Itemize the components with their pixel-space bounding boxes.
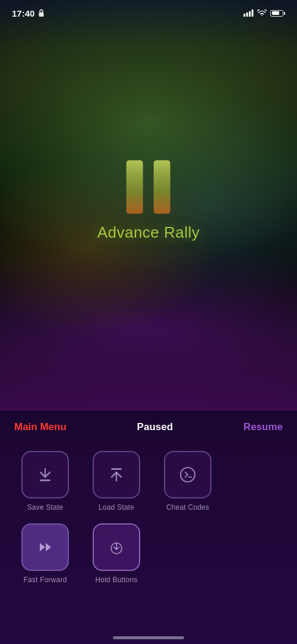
fast-forward-icon	[34, 536, 56, 558]
main-menu-button[interactable]: Main Menu	[14, 421, 67, 433]
svg-rect-2	[247, 12, 248, 17]
pause-overlay: Advance Rally	[97, 160, 200, 242]
svg-marker-11	[40, 543, 45, 551]
game-screen: Advance Rally	[0, 0, 297, 410]
hold-buttons-item[interactable]: Hold Buttons	[81, 517, 152, 590]
panel-header: Main Menu Paused Resume	[0, 411, 297, 440]
signal-icon	[244, 10, 254, 17]
pause-bar-left	[127, 160, 143, 214]
load-state-icon	[106, 464, 127, 485]
paused-label: Paused	[137, 421, 173, 433]
cheat-codes-label: Cheat Codes	[166, 503, 209, 512]
home-indicator	[113, 636, 184, 639]
game-title: Advance Rally	[97, 223, 200, 242]
cheat-codes-icon	[177, 464, 198, 485]
load-state-item[interactable]: Load State	[81, 445, 152, 517]
pause-bar-right	[154, 160, 170, 214]
save-state-item[interactable]: Save State	[10, 445, 81, 517]
load-state-label: Load State	[99, 503, 134, 512]
status-time: 17:40	[12, 8, 45, 18]
svg-marker-12	[46, 543, 51, 551]
cheat-codes-icon-box	[164, 451, 211, 498]
save-state-label: Save State	[27, 503, 64, 512]
wifi-icon	[257, 10, 267, 17]
svg-rect-8	[111, 468, 122, 470]
pause-icon	[127, 160, 170, 214]
load-state-icon-box	[93, 451, 140, 498]
hold-buttons-icon	[106, 536, 127, 558]
fast-forward-item[interactable]: Fast Forward	[10, 517, 81, 590]
save-state-icon-box	[21, 451, 69, 498]
hold-buttons-icon-box	[93, 523, 140, 571]
time-display: 17:40	[12, 8, 34, 18]
hold-buttons-label: Hold Buttons	[95, 576, 137, 584]
fast-forward-label: Fast Forward	[23, 576, 67, 584]
fast-forward-icon-box	[21, 523, 69, 571]
svg-rect-3	[249, 11, 251, 17]
status-bar: 17:40	[0, 0, 297, 26]
battery-icon	[270, 10, 285, 17]
cheat-codes-item[interactable]: Cheat Codes	[152, 445, 223, 517]
svg-rect-4	[252, 10, 254, 17]
action-grid: Save State Load State Chea	[0, 440, 297, 595]
lock-icon	[38, 9, 45, 17]
resume-button[interactable]: Resume	[244, 421, 283, 433]
svg-rect-1	[244, 14, 245, 17]
svg-rect-6	[40, 479, 50, 481]
bottom-panel: Main Menu Paused Resume Save State	[0, 410, 297, 644]
save-state-icon	[34, 464, 56, 485]
status-indicators	[244, 10, 285, 17]
game-overlay-bottom	[0, 321, 297, 410]
svg-rect-0	[39, 12, 44, 17]
